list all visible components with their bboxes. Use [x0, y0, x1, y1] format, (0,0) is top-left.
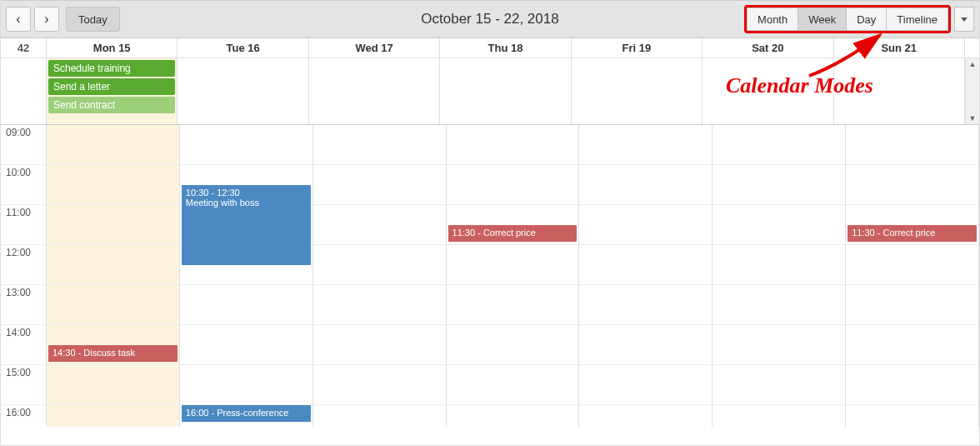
hour-label: 11:00 — [1, 205, 46, 245]
caret-down-icon — [961, 18, 968, 22]
allday-col-tue[interactable] — [178, 58, 308, 124]
allday-event[interactable]: Send contract — [48, 97, 175, 113]
hour-label: 14:00 — [1, 325, 46, 365]
day-header-mon[interactable]: Mon 15 — [47, 38, 178, 58]
calendar-event[interactable]: 10:30 - 12:30 Meeting with boss — [182, 185, 311, 265]
view-mode-dropdown-button[interactable] — [954, 7, 974, 32]
allday-scroll-up-icon[interactable]: ▲ — [969, 60, 977, 68]
allday-col-sat[interactable] — [702, 58, 833, 124]
today-button[interactable]: Today — [66, 7, 120, 32]
allday-event[interactable]: Schedule training — [48, 60, 175, 77]
day-columns-area: 14:30 - Discuss task 10:30 - 12:30 Meeti… — [47, 125, 979, 427]
day-header-tue[interactable]: Tue 16 — [178, 38, 308, 58]
chevron-right-icon: › — [44, 12, 48, 27]
allday-col-sun[interactable] — [834, 58, 965, 124]
allday-event[interactable]: Send a letter — [48, 78, 175, 95]
calendar-event[interactable]: 11:30 - Correct price — [848, 225, 977, 242]
view-mode-group: Month Week Day Timeline — [744, 5, 951, 33]
allday-events-zone: Schedule training Send a letter Send con… — [1, 58, 979, 125]
hour-label: 09:00 — [1, 125, 46, 165]
allday-time-gutter — [1, 58, 47, 124]
day-col-sat[interactable] — [712, 125, 846, 427]
mode-timeline-button[interactable]: Timeline — [887, 8, 948, 31]
hour-label: 15:00 — [1, 365, 46, 405]
day-header-fri[interactable]: Fri 19 — [572, 38, 702, 58]
day-col-sun[interactable]: 11:30 - Correct price — [846, 125, 979, 427]
mode-month-button[interactable]: Month — [747, 8, 798, 31]
next-button[interactable]: › — [34, 7, 59, 32]
week-number-cell: 42 — [1, 38, 47, 58]
hour-label: 16:00 — [1, 405, 46, 427]
prev-button[interactable]: ‹ — [6, 7, 31, 32]
calendar-event[interactable]: 11:30 - Correct price — [448, 225, 578, 242]
mode-week-button[interactable]: Week — [798, 8, 847, 31]
timegrid: 09:00 10:00 11:00 12:00 13:00 14:00 15:0… — [1, 125, 979, 427]
calendar-toolbar: ‹ › Today October 15 - 22, 2018 Month We… — [1, 0, 979, 38]
event-title: Meeting with boss — [186, 198, 307, 208]
calendar-week-view: ‹ › Today October 15 - 22, 2018 Month We… — [0, 0, 980, 446]
date-range-title: October 15 - 22, 2018 — [421, 11, 558, 28]
allday-columns: Schedule training Send a letter Send con… — [47, 58, 965, 124]
day-col-thu[interactable]: 11:30 - Correct price — [447, 125, 580, 427]
mode-day-button[interactable]: Day — [847, 8, 887, 31]
chevron-left-icon: ‹ — [16, 12, 20, 27]
scroll-gutter-header — [965, 38, 979, 58]
day-col-fri[interactable] — [579, 125, 712, 427]
allday-scroll-control: ▲ ▼ — [965, 58, 979, 124]
time-labels-column: 09:00 10:00 11:00 12:00 13:00 14:00 15:0… — [1, 125, 47, 427]
day-col-tue[interactable]: 10:30 - 12:30 Meeting with boss 16:00 - … — [180, 125, 313, 427]
day-header-sun[interactable]: Sun 21 — [834, 38, 965, 58]
hour-label: 10:00 — [1, 165, 46, 205]
day-header-sat[interactable]: Sat 20 — [702, 38, 833, 58]
day-header-wed[interactable]: Wed 17 — [309, 38, 440, 58]
allday-col-fri[interactable] — [572, 58, 702, 124]
day-col-mon[interactable]: 14:30 - Discuss task — [47, 125, 180, 427]
nav-button-group: ‹ › Today — [6, 7, 120, 32]
day-header-thu[interactable]: Thu 18 — [440, 38, 571, 58]
event-time-range: 10:30 - 12:30 — [186, 188, 307, 198]
day-col-wed[interactable] — [313, 125, 447, 427]
allday-scroll-down-icon[interactable]: ▼ — [969, 114, 977, 123]
allday-col-mon[interactable]: Schedule training Send a letter Send con… — [47, 58, 178, 124]
calendar-event[interactable]: 16:00 - Press-conference — [182, 405, 311, 422]
allday-col-wed[interactable] — [309, 58, 440, 124]
calendar-event[interactable]: 14:30 - Discuss task — [48, 345, 178, 362]
hour-label: 12:00 — [1, 245, 46, 285]
timegrid-scroll-area[interactable]: 09:00 10:00 11:00 12:00 13:00 14:00 15:0… — [1, 125, 979, 427]
hour-label: 13:00 — [1, 285, 46, 325]
day-header-row: 42 Mon 15 Tue 16 Wed 17 Thu 18 Fri 19 Sa… — [1, 38, 979, 58]
allday-col-thu[interactable] — [440, 58, 571, 124]
